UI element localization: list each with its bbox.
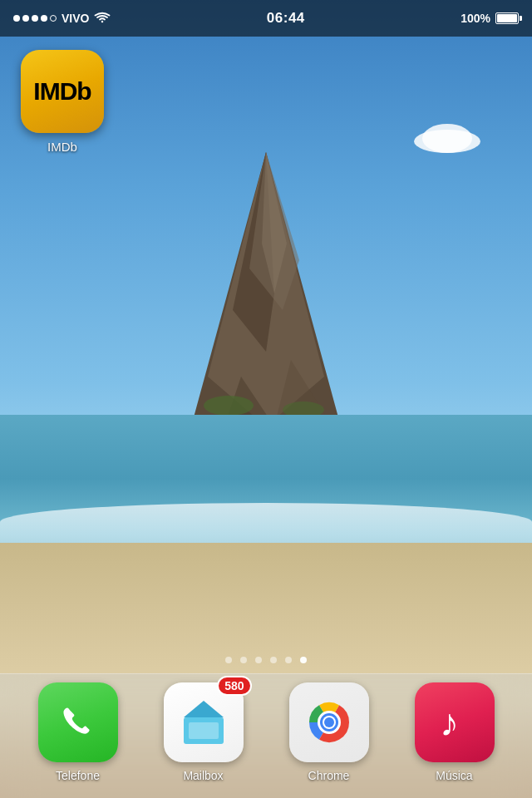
dock-app-phone[interactable]: Telefone xyxy=(32,682,124,782)
status-bar: VIVO 06:44 100% xyxy=(0,0,532,37)
signal-dot-2 xyxy=(22,15,29,22)
status-right: 100% xyxy=(461,12,519,25)
page-dot-6 xyxy=(300,657,307,663)
signal-dot-5 xyxy=(50,15,57,22)
imdb-icon[interactable]: IMDb xyxy=(21,50,104,133)
wifi-icon xyxy=(94,12,111,25)
svg-point-15 xyxy=(324,717,334,727)
signal-dot-3 xyxy=(32,15,38,22)
battery-fill xyxy=(497,14,517,22)
mailbox-badge: 580 xyxy=(217,676,251,696)
dock-app-music[interactable]: ♪ Música xyxy=(409,682,500,782)
page-dot-2 xyxy=(240,657,247,663)
phone-icon[interactable] xyxy=(38,682,118,762)
chrome-label: Chrome xyxy=(308,769,350,782)
dock-app-mailbox[interactable]: 580 Mailbox xyxy=(158,682,249,782)
dock-app-chrome[interactable]: Chrome xyxy=(283,682,375,782)
page-dot-1 xyxy=(225,657,232,663)
mailbox-svg xyxy=(174,692,234,752)
rock-formation xyxy=(166,144,366,443)
svg-marker-10 xyxy=(184,701,224,717)
home-screen-apps: IMDb IMDb xyxy=(17,50,108,154)
phone-svg xyxy=(57,701,100,744)
imdb-logo-text: IMDb xyxy=(33,77,91,106)
page-dot-5 xyxy=(285,657,292,663)
mailbox-icon[interactable]: 580 xyxy=(164,682,244,762)
signal-strength xyxy=(13,15,57,22)
signal-dot-4 xyxy=(41,15,47,22)
app-imdb[interactable]: IMDb IMDb xyxy=(17,50,108,154)
music-label: Música xyxy=(436,769,472,782)
time-display: 06:44 xyxy=(267,10,305,27)
mailbox-label: Mailbox xyxy=(183,769,223,782)
music-svg: ♪ xyxy=(433,701,476,744)
battery-percent: 100% xyxy=(461,12,490,25)
chrome-svg xyxy=(299,692,359,752)
page-dot-3 xyxy=(255,657,262,663)
dock: Telefone 580 Mailbox xyxy=(0,673,532,798)
svg-rect-11 xyxy=(189,722,219,739)
page-dot-4 xyxy=(270,657,277,663)
page-indicator xyxy=(0,657,532,663)
svg-point-7 xyxy=(204,396,254,416)
carrier-label: VIVO xyxy=(62,12,89,25)
battery-icon xyxy=(495,12,519,24)
svg-text:♪: ♪ xyxy=(440,701,459,744)
status-left: VIVO xyxy=(13,12,111,25)
music-icon[interactable]: ♪ xyxy=(415,682,495,762)
phone-label: Telefone xyxy=(56,769,100,782)
imdb-label: IMDb xyxy=(47,140,77,154)
signal-dot-1 xyxy=(13,15,20,22)
cloud xyxy=(406,120,505,153)
chrome-icon[interactable] xyxy=(289,682,369,762)
